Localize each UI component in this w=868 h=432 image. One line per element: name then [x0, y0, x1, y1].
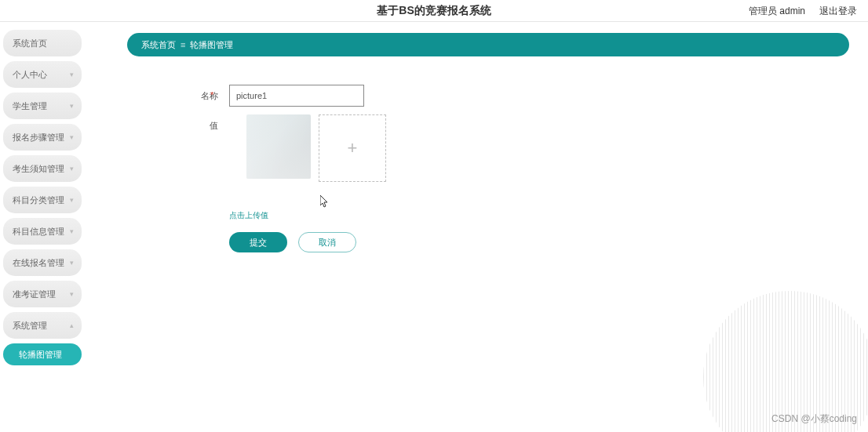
submit-button[interactable]: 提交 [229, 232, 287, 252]
value-label: 值 [166, 114, 229, 182]
name-input[interactable] [229, 85, 364, 107]
sidebar-subitem-label: 轮播图管理 [19, 349, 62, 361]
sidebar-item-label: 科目分类管理 [13, 194, 64, 206]
chevron-down-icon: ▾ [70, 290, 74, 298]
sidebar-item-label: 报名步骤管理 [13, 132, 64, 143]
breadcrumb-current: 轮播图管理 [190, 39, 233, 51]
main-content: 系统首页 ≡ 轮播图管理 名称 值 + [86, 22, 868, 432]
form-area: 名称 值 + [127, 56, 849, 252]
chevron-down-icon: ▾ [70, 196, 74, 204]
form-row-value: 值 + [166, 114, 849, 182]
image-preview[interactable] [246, 114, 311, 179]
logout-link[interactable]: 退出登录 [819, 5, 857, 18]
chevron-down-icon: ▾ [70, 259, 74, 267]
body-area: 系统首页 个人中心 ▾ 学生管理 ▾ 报名步骤管理 ▾ 考生须知管理 ▾ 科目分… [0, 22, 868, 432]
sidebar-item-online-signup[interactable]: 在线报名管理 ▾ [3, 249, 82, 276]
sidebar-item-home[interactable]: 系统首页 [3, 30, 82, 56]
sidebar-item-label: 科目信息管理 [13, 226, 64, 238]
admin-label[interactable]: 管理员 admin [749, 5, 805, 18]
name-label: 名称 [166, 85, 229, 107]
chevron-down-icon: ▾ [70, 227, 74, 235]
breadcrumb-sep-icon: ≡ [181, 40, 185, 49]
sidebar-item-admission[interactable]: 准考证管理 ▾ [3, 281, 82, 307]
app-header: 基于BS的竞赛报名系统 管理员 admin 退出登录 [0, 0, 868, 22]
chevron-up-icon: ▴ [70, 321, 74, 329]
chevron-down-icon: ▾ [70, 133, 74, 141]
sidebar-item-label: 系统管理 [13, 320, 47, 332]
upload-add-button[interactable]: + [319, 114, 386, 182]
sidebar-item-students[interactable]: 学生管理 ▾ [3, 93, 82, 119]
sidebar-item-signup-steps[interactable]: 报名步骤管理 ▾ [3, 124, 82, 151]
breadcrumb: 系统首页 ≡ 轮播图管理 [127, 33, 849, 56]
plus-icon: + [348, 138, 358, 158]
sidebar-item-profile[interactable]: 个人中心 ▾ [3, 61, 82, 88]
upload-row: + [229, 114, 386, 182]
sidebar-subitem-carousel[interactable]: 轮播图管理 [3, 343, 82, 365]
sidebar-item-system[interactable]: 系统管理 ▴ [3, 312, 82, 339]
cancel-button[interactable]: 取消 [298, 232, 356, 252]
sidebar-item-label: 个人中心 [13, 69, 47, 81]
sidebar-item-label: 准考证管理 [13, 289, 56, 300]
header-right: 管理员 admin 退出登录 [749, 0, 857, 22]
breadcrumb-home[interactable]: 系统首页 [141, 39, 176, 51]
sidebar-item-label: 在线报名管理 [13, 257, 64, 269]
sidebar: 系统首页 个人中心 ▾ 学生管理 ▾ 报名步骤管理 ▾ 考生须知管理 ▾ 科目分… [0, 22, 86, 432]
cursor-icon [320, 195, 330, 210]
app-title: 基于BS的竞赛报名系统 [377, 4, 491, 18]
sidebar-item-subject-cat[interactable]: 科目分类管理 ▾ [3, 187, 82, 213]
sidebar-item-label: 考生须知管理 [13, 163, 64, 175]
upload-link[interactable]: 点击上传值 [229, 210, 268, 221]
button-row: 提交 取消 [229, 232, 849, 252]
chevron-down-icon: ▾ [70, 102, 74, 110]
sidebar-item-label: 学生管理 [13, 100, 47, 112]
chevron-down-icon: ▾ [70, 165, 74, 172]
form-row-name: 名称 [166, 85, 849, 107]
sidebar-item-notice[interactable]: 考生须知管理 ▾ [3, 155, 82, 182]
sidebar-item-subject-info[interactable]: 科目信息管理 ▾ [3, 218, 82, 245]
chevron-down-icon: ▾ [70, 71, 74, 78]
sidebar-item-label: 系统首页 [13, 38, 47, 49]
